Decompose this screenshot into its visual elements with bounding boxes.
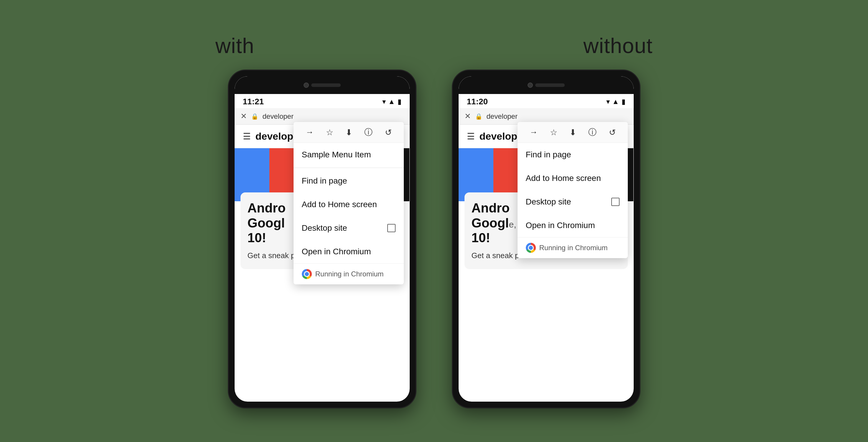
notch-with bbox=[235, 76, 410, 94]
battery-icon-with: ▮ bbox=[398, 98, 401, 106]
menu-item-find-with[interactable]: Find in page bbox=[293, 169, 404, 193]
signal-icon-with: ▲ bbox=[388, 98, 395, 106]
desktop-checkbox-with[interactable] bbox=[387, 224, 396, 232]
toolbar-download-without[interactable]: ⬇ bbox=[569, 128, 576, 137]
chromium-icon-with bbox=[302, 269, 312, 279]
battery-icon-without: ▮ bbox=[622, 98, 625, 106]
menu-item-open-chromium-without-label: Open in Chromium bbox=[526, 221, 595, 230]
status-bar-with: 11:21 ▾ ▲ ▮ bbox=[235, 94, 410, 108]
toolbar-forward-with[interactable]: → bbox=[305, 128, 314, 137]
labels-row: with without bbox=[51, 34, 817, 58]
dropdown-menu-without: → ☆ ⬇ ⓘ ↺ Find in page Add to Home scree… bbox=[518, 122, 628, 258]
running-badge-without: Running in Chromium bbox=[518, 237, 628, 258]
menu-item-open-chromium-with-label: Open in Chromium bbox=[302, 247, 371, 256]
lock-icon-with: 🔒 bbox=[251, 113, 258, 120]
menu-item-add-home-with[interactable]: Add to Home screen bbox=[293, 193, 404, 216]
chromium-icon-without bbox=[526, 243, 536, 253]
hamburger-icon-without[interactable]: ☰ bbox=[467, 131, 475, 141]
page-title-with: develop bbox=[255, 130, 293, 142]
running-text-with: Running in Chromium bbox=[315, 270, 384, 278]
menu-item-add-home-without-label: Add to Home screen bbox=[526, 173, 601, 183]
menu-item-sample[interactable]: Sample Menu Item bbox=[293, 143, 404, 166]
menu-item-desktop-with-label: Desktop site bbox=[302, 223, 347, 233]
menu-item-add-home-without[interactable]: Add to Home screen bbox=[518, 166, 628, 190]
notch-without bbox=[459, 76, 634, 94]
menu-item-desktop-with[interactable]: Desktop site bbox=[293, 216, 404, 240]
toolbar-star-with[interactable]: ☆ bbox=[326, 128, 333, 137]
time-without: 11:20 bbox=[467, 97, 488, 106]
divider-after-sample bbox=[293, 168, 404, 168]
toolbar-refresh-without[interactable]: ↺ bbox=[609, 128, 616, 137]
menu-item-desktop-without-label: Desktop site bbox=[526, 197, 571, 207]
menu-item-desktop-without[interactable]: Desktop site bbox=[518, 190, 628, 214]
speaker-without bbox=[535, 84, 565, 87]
status-bar-without: 11:20 ▾ ▲ ▮ bbox=[459, 94, 634, 108]
close-btn-with[interactable]: ✕ bbox=[241, 112, 247, 121]
phone-without-inner: 11:20 ▾ ▲ ▮ ✕ 🔒 developer ☰ develop bbox=[459, 76, 634, 402]
signal-icon-without: ▲ bbox=[612, 98, 619, 106]
menu-item-find-with-label: Find in page bbox=[302, 176, 347, 186]
time-with: 11:21 bbox=[243, 97, 264, 106]
dropdown-toolbar-with: → ☆ ⬇ ⓘ ↺ bbox=[293, 122, 404, 143]
menu-item-open-chromium-without[interactable]: Open in Chromium bbox=[518, 214, 628, 237]
lock-icon-without: 🔒 bbox=[475, 113, 483, 120]
toolbar-star-without[interactable]: ☆ bbox=[550, 128, 557, 137]
speaker-with bbox=[311, 84, 341, 87]
menu-item-add-home-with-label: Add to Home screen bbox=[302, 200, 377, 209]
status-icons-without: ▾ ▲ ▮ bbox=[606, 98, 625, 106]
dropdown-toolbar-without: → ☆ ⬇ ⓘ ↺ bbox=[518, 122, 628, 143]
desktop-checkbox-without[interactable] bbox=[611, 198, 620, 206]
toolbar-info-without[interactable]: ⓘ bbox=[588, 127, 596, 138]
phone-with: 11:21 ▾ ▲ ▮ ✕ 🔒 developer ☰ develop bbox=[228, 69, 416, 408]
phones-row: 11:21 ▾ ▲ ▮ ✕ 🔒 developer ☰ develop bbox=[228, 69, 641, 408]
toolbar-forward-without[interactable]: → bbox=[529, 128, 537, 137]
phone-without: 11:20 ▾ ▲ ▮ ✕ 🔒 developer ☰ develop bbox=[452, 69, 641, 408]
running-badge-with: Running in Chromium bbox=[293, 263, 404, 284]
label-with: with bbox=[215, 34, 254, 58]
page-title-without: develop bbox=[479, 130, 517, 142]
wifi-icon-without: ▾ bbox=[606, 98, 610, 106]
camera-with bbox=[304, 83, 309, 88]
menu-item-open-chromium-with[interactable]: Open in Chromium bbox=[293, 240, 404, 263]
wifi-icon-with: ▾ bbox=[382, 98, 386, 106]
status-icons-with: ▾ ▲ ▮ bbox=[382, 98, 401, 106]
hamburger-icon-with[interactable]: ☰ bbox=[243, 131, 251, 141]
phone-with-inner: 11:21 ▾ ▲ ▮ ✕ 🔒 developer ☰ develop bbox=[235, 76, 410, 402]
menu-item-sample-label: Sample Menu Item bbox=[302, 150, 371, 159]
dropdown-menu-with: → ☆ ⬇ ⓘ ↺ Sample Menu Item Find in page … bbox=[293, 122, 404, 284]
camera-without bbox=[528, 83, 533, 88]
close-btn-without[interactable]: ✕ bbox=[465, 112, 471, 121]
toolbar-refresh-with[interactable]: ↺ bbox=[385, 128, 392, 137]
toolbar-download-with[interactable]: ⬇ bbox=[345, 128, 352, 137]
menu-item-find-without[interactable]: Find in page bbox=[518, 143, 628, 166]
toolbar-info-with[interactable]: ⓘ bbox=[364, 127, 373, 138]
running-text-without: Running in Chromium bbox=[539, 244, 608, 252]
menu-item-find-without-label: Find in page bbox=[526, 150, 571, 159]
url-with: developer bbox=[262, 112, 404, 121]
url-without: developer bbox=[487, 112, 628, 121]
label-without: without bbox=[583, 34, 653, 58]
